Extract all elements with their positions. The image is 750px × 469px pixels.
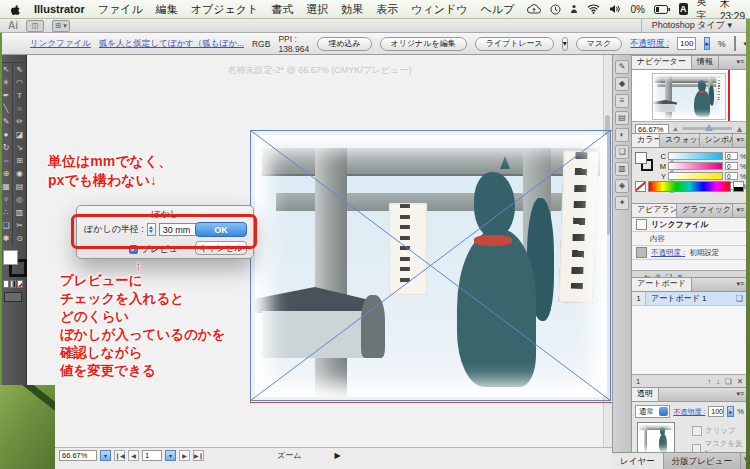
zoom-out-icon[interactable]: ▲ xyxy=(672,125,679,132)
artboard-number-input[interactable]: 1 xyxy=(142,450,162,461)
workspace-switcher[interactable]: Photoshop タイプ ▾ xyxy=(641,19,742,32)
app-menu-illustrator[interactable]: Illustrator xyxy=(34,3,85,15)
wifi-icon[interactable] xyxy=(587,4,600,14)
channel-value-input[interactable]: 0 xyxy=(725,162,738,170)
tab-layers[interactable]: レイヤー xyxy=(612,453,664,469)
blend-mode-select[interactable]: 通常 xyxy=(635,405,670,418)
cloud-upload-icon[interactable] xyxy=(527,4,541,14)
bridge-button[interactable]: ◫ xyxy=(26,20,44,32)
menu-item[interactable]: 編集 xyxy=(156,2,178,17)
channel-value-input[interactable]: 0 xyxy=(725,172,738,180)
color-button[interactable] xyxy=(3,280,9,288)
move-down-icon[interactable]: ↓ xyxy=(716,377,720,386)
tab-graphic-styles[interactable]: グラフィックスタ xyxy=(677,204,733,217)
tab-appearance[interactable]: アピアランス xyxy=(632,204,677,217)
linked-file-label[interactable]: リンクファイル xyxy=(30,38,91,50)
embed-button[interactable]: 埋め込み xyxy=(317,37,371,51)
channel-slider-Y[interactable] xyxy=(668,172,723,180)
channel-slider-C[interactable] xyxy=(668,152,723,160)
status-flyout-icon[interactable]: ▶ xyxy=(334,450,340,461)
layers-panel-icon[interactable]: ▥ xyxy=(615,162,629,176)
stroke-panel-icon[interactable]: ≡ xyxy=(615,94,629,108)
artboard-dropdown[interactable]: ▾ xyxy=(165,450,176,461)
tool-pencil[interactable]: ✏ xyxy=(13,115,26,128)
object-thumbnail[interactable] xyxy=(637,422,675,454)
appearance-panel-icon[interactable]: ◐ xyxy=(615,128,629,142)
graphic-styles-panel-icon[interactable]: ❏ xyxy=(615,145,629,159)
tool-zoom[interactable]: ⊙ xyxy=(13,232,26,245)
live-trace-dropdown[interactable]: ▾ xyxy=(562,37,568,51)
clip-checkbox[interactable] xyxy=(692,426,702,436)
move-up-icon[interactable]: ↑ xyxy=(707,377,711,386)
panel-fill-stroke[interactable] xyxy=(635,152,653,172)
channel-value-input[interactable]: 0 xyxy=(725,152,738,160)
tab-navigator[interactable]: ナビゲーター xyxy=(632,56,692,69)
live-trace-button[interactable]: ライブトレース xyxy=(475,37,554,51)
navigator-preview[interactable] xyxy=(632,70,747,122)
zoom-in-icon[interactable]: ▲ xyxy=(735,124,744,134)
tool-blend[interactable]: ◎ xyxy=(13,193,26,206)
menu-item[interactable]: 表示 xyxy=(376,2,398,17)
zoom-level-input[interactable]: 66.67% xyxy=(59,450,97,461)
channel-slider-M[interactable] xyxy=(668,162,723,170)
menu-item[interactable]: ウィンドウ xyxy=(411,2,467,17)
file-name-link[interactable]: 狐を人と仮定してぼかす（狐もぼか... xyxy=(99,38,244,50)
toolbar-grip[interactable] xyxy=(0,55,26,63)
tool-direct-selection[interactable]: ⇖ xyxy=(13,63,26,76)
white-black-swatch[interactable] xyxy=(733,181,744,192)
tool-gradient[interactable]: ▤ xyxy=(13,180,26,193)
tool-type[interactable]: T xyxy=(13,89,26,102)
panel-menu-icon[interactable]: ▾≡ xyxy=(733,204,747,217)
gradient-button[interactable] xyxy=(10,280,16,288)
none-swatch[interactable] xyxy=(635,181,646,192)
appearance-contents-label[interactable]: 内容 xyxy=(636,234,665,244)
tool-eraser[interactable]: ◪ xyxy=(13,128,26,141)
tab-swatches[interactable]: スウォッチ xyxy=(660,134,700,147)
prev-artboard-button[interactable]: ◀ xyxy=(128,450,139,461)
appearance-opacity-link[interactable]: 不透明度 : xyxy=(651,248,685,258)
volume-icon[interactable] xyxy=(609,4,621,14)
navigator-zoom-input[interactable]: 66.67% xyxy=(635,124,669,134)
panel-menu-icon[interactable]: ▾≡ xyxy=(733,278,747,291)
gradient-panel-icon[interactable]: ▤ xyxy=(615,111,629,125)
artboard-name[interactable]: アートボード 1 xyxy=(646,293,736,304)
tab-separations-preview[interactable]: 分版プレビュー xyxy=(664,453,741,469)
battery-icon[interactable] xyxy=(654,5,670,14)
tool-scale[interactable]: ↘ xyxy=(13,141,26,154)
tab-transparency[interactable]: 透明 xyxy=(632,388,659,401)
tool-ellipse[interactable]: ○ xyxy=(13,102,26,115)
panel-menu-icon[interactable]: ▾≡ xyxy=(733,388,747,401)
menu-item[interactable]: 効果 xyxy=(341,2,363,17)
next-artboard-button[interactable]: ▶ xyxy=(179,450,190,461)
tool-free-transform[interactable]: ⊞ xyxy=(13,154,26,167)
navigator-view-box[interactable] xyxy=(642,70,730,121)
tab-artboards[interactable]: アートボード xyxy=(632,278,692,291)
panel-menu-icon[interactable]: ▾≡ xyxy=(733,56,747,69)
tab-symbols[interactable]: シンボル xyxy=(700,134,734,147)
tool-graph[interactable]: ▥ xyxy=(13,206,26,219)
opacity-label[interactable]: 不透明度 : xyxy=(630,38,669,50)
fill-swatch[interactable] xyxy=(3,250,18,265)
transparency-opacity-input[interactable]: 100 xyxy=(708,406,724,417)
first-artboard-button[interactable]: ❙◀ xyxy=(114,450,125,461)
tab-info[interactable]: 情報 xyxy=(692,56,719,69)
navigator-zoom-slider[interactable] xyxy=(682,127,732,130)
transparency-opacity-dropdown[interactable]: ▸ xyxy=(727,406,734,417)
menu-item[interactable]: ヘルプ xyxy=(481,2,515,17)
style-swatch[interactable] xyxy=(734,36,736,51)
menu-item[interactable]: 書式 xyxy=(271,2,293,17)
fill-stroke-control[interactable] xyxy=(0,248,26,278)
actions-panel-icon[interactable]: ✦ xyxy=(615,196,629,210)
input-source-icon[interactable]: A xyxy=(679,3,688,15)
tool-live-paint-bucket[interactable]: ◉ xyxy=(13,167,26,180)
tool-slice[interactable]: ✂ xyxy=(13,219,26,232)
delete-artboard-icon[interactable]: ✕ xyxy=(737,377,743,386)
time-machine-icon[interactable] xyxy=(550,4,561,15)
arrange-documents-button[interactable]: ⊞ ▾ xyxy=(52,20,70,32)
symbols-panel-icon[interactable]: ◆ xyxy=(615,77,629,91)
new-artboard-icon[interactable]: ❏ xyxy=(725,377,732,386)
screen-mode-button[interactable] xyxy=(4,292,22,302)
mask-button[interactable]: マスク xyxy=(576,37,623,51)
menu-item[interactable]: オブジェクト xyxy=(191,2,259,17)
tab-color[interactable]: カラー xyxy=(632,134,660,147)
